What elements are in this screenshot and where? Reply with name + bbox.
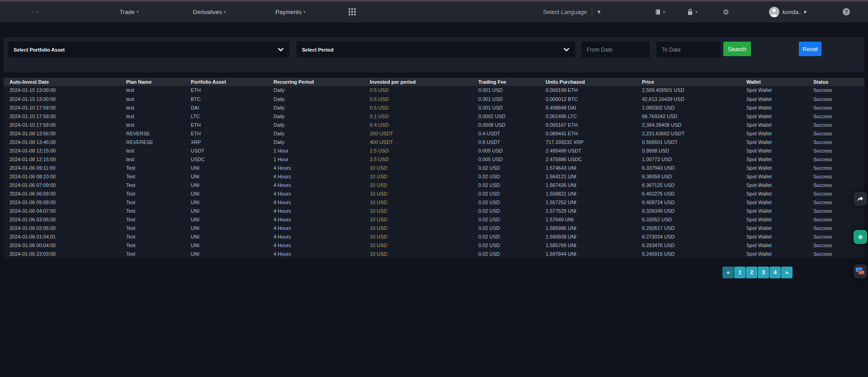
table-row: 2024-01-05 23:03:00TestUNI4 Hours10 USD0… (4, 249, 864, 258)
cell-recurring-period: Daily (268, 112, 364, 120)
cell-price: 0.556501 USDT (636, 138, 741, 146)
reset-button[interactable]: Reset (799, 42, 821, 56)
cell-units-purchased: 1.585769 UNI (540, 241, 636, 249)
cell-wallet: Spot Wallet (741, 206, 807, 215)
chevron-down-icon: ▾ (803, 9, 807, 15)
cell-recurring-period: Daily (268, 103, 364, 112)
cell-price: 2,231.63662 USDT (636, 129, 741, 138)
cell-plan-name: test (120, 155, 185, 163)
filter-panel: Select Portfolio Asset Select Period Fro… (4, 37, 864, 72)
cell-units-purchased: 717.339232 XRP (540, 138, 636, 146)
nav-item-trade[interactable]: Trade ▾ (120, 9, 139, 15)
cell-invested-per-period: 10 USD (364, 232, 472, 241)
chevron-down-icon (278, 48, 284, 52)
pagination-page-button-3[interactable]: 3 (758, 267, 769, 278)
search-button[interactable]: Search (723, 42, 751, 56)
cell-price: 42,613.16439 USD (636, 95, 741, 103)
navbar-right-group: Select Language ▼ ▾ ▾ ⚙ kunda.. ▾ ? (543, 7, 868, 17)
chat-support-floating-button[interactable] (854, 264, 867, 278)
table-row: 2024-01-08 13:46:00REVERESEXRPDaily400 U… (4, 138, 864, 146)
cell-wallet: Spot Wallet (741, 129, 807, 138)
cell-units-purchased: 1.558821 UNI (540, 189, 636, 198)
cell-wallet: Spot Wallet (741, 95, 807, 103)
pagination-page-button-2[interactable]: 2 (746, 267, 757, 278)
table-header: Auto-Invest DatePlan NamePortfolio Asset… (4, 78, 864, 86)
nav-item-payments[interactable]: Payments ▾ (275, 9, 305, 15)
cell-plan-name: test (120, 86, 185, 95)
cell-auto-invest-date: 2024-01-06 03:06:00 (4, 215, 120, 224)
to-date-placeholder: To Date (662, 47, 680, 53)
column-header-status: Status (807, 78, 864, 86)
cell-recurring-period: 4 Hours (268, 189, 364, 198)
cell-plan-name: Test (120, 215, 185, 224)
period-select[interactable]: Select Period (297, 42, 575, 57)
column-header-wallet: Wallet (741, 78, 807, 86)
cell-plan-name: Test (120, 249, 185, 258)
cell-plan-name: REVERSE (120, 129, 185, 138)
cell-invested-per-period: 10 USD (364, 181, 472, 189)
language-selector[interactable]: Select Language ▼ (543, 8, 601, 16)
apps-grid-icon[interactable] (349, 8, 356, 15)
cell-status: Success (807, 146, 864, 155)
cell-plan-name: test (120, 146, 185, 155)
cell-price: 6.38058 USD (636, 172, 741, 181)
table-row: 2024-01-06 05:08:00TestUNI4 Hours10 USD0… (4, 198, 864, 206)
cell-auto-invest-date: 2024-01-10 17:58:00 (4, 103, 120, 112)
pagination-page-button-1[interactable]: 1 (734, 267, 745, 278)
cell-plan-name: Test (120, 232, 185, 241)
pagination: « 1234 » (0, 267, 793, 278)
cell-units-purchased: 1.577529 UNI (540, 206, 636, 215)
nav-item-label: Derivatives (193, 9, 222, 15)
cell-wallet: Spot Wallet (741, 163, 807, 172)
cell-wallet: Spot Wallet (741, 112, 807, 120)
cell-plan-name: test (120, 103, 185, 112)
cell-price: 6.367125 USD (636, 181, 741, 189)
pagination-next-button[interactable]: » (781, 267, 793, 278)
lock-icon (687, 8, 693, 16)
portfolio-asset-select[interactable]: Select Portfolio Asset (8, 42, 289, 57)
share-floating-button[interactable] (854, 192, 867, 206)
cell-invested-per-period: 10 USD (364, 189, 472, 198)
cell-trading-fee: 0.8 USDT (472, 138, 540, 146)
pagination-prev-button[interactable]: « (722, 267, 734, 278)
top-navbar: - - Trade ▾ Derivatives ▾ Payments ▾ Sel… (0, 1, 868, 23)
pagination-page-button-4[interactable]: 4 (769, 267, 781, 278)
divider (592, 8, 592, 16)
cell-units-purchased: 0.001495 LTC (540, 112, 636, 120)
cell-trading-fee: 0.02 USD (472, 215, 540, 224)
table-row: 2024-01-15 13:00:00testETHDaily0.5 USD0.… (4, 86, 864, 95)
cell-units-purchased: 0.498849 DAI (540, 103, 636, 112)
to-date-input[interactable]: To Date (656, 42, 721, 57)
wallet-menu-button[interactable]: ▾ (687, 8, 698, 16)
cell-invested-per-period: 10 USD (364, 249, 472, 258)
cell-recurring-period: 1 Hour (268, 155, 364, 163)
cell-trading-fee: 0.02 USD (472, 232, 540, 241)
cell-portfolio-asset: ETH (185, 120, 268, 129)
from-date-input[interactable]: From Date (581, 42, 650, 57)
cell-recurring-period: Daily (268, 120, 364, 129)
cell-wallet: Spot Wallet (741, 189, 807, 198)
cell-invested-per-period: 0.5 USD (364, 86, 472, 95)
cell-wallet: Spot Wallet (741, 198, 807, 206)
cell-plan-name: Test (120, 163, 185, 172)
cell-units-purchased: 1.597844 UNI (540, 249, 636, 258)
cell-invested-per-period: 10 USD (364, 215, 472, 224)
table-row: 2024-01-06 09:11:00TestUNI4 Hours10 USD0… (4, 163, 864, 172)
orders-book-icon (655, 9, 661, 15)
table-row: 2024-01-08 12:15:00testUSDC1 Hour2.5 USD… (4, 155, 864, 163)
cell-status: Success (807, 103, 864, 112)
history-table-body: 2024-01-15 13:00:00testETHDaily0.5 USD0.… (4, 86, 864, 258)
orders-menu-button[interactable]: ▾ (655, 9, 665, 15)
cell-recurring-period: 4 Hours (268, 163, 364, 172)
cell-portfolio-asset: XRP (185, 138, 268, 146)
cell-status: Success (807, 120, 864, 129)
settings-gear-icon[interactable]: ⚙ (722, 8, 729, 16)
cell-plan-name: test (120, 112, 185, 120)
cell-status: Success (807, 215, 864, 224)
help-icon[interactable]: ? (843, 8, 850, 15)
ai-assistant-floating-button[interactable]: ✻ (854, 230, 867, 244)
cell-recurring-period: 4 Hours (268, 206, 364, 215)
user-menu[interactable]: kunda.. ▾ (769, 7, 807, 17)
nav-item-derivatives[interactable]: Derivatives ▾ (193, 9, 226, 15)
cell-price: 1.00772 USD (636, 155, 741, 163)
